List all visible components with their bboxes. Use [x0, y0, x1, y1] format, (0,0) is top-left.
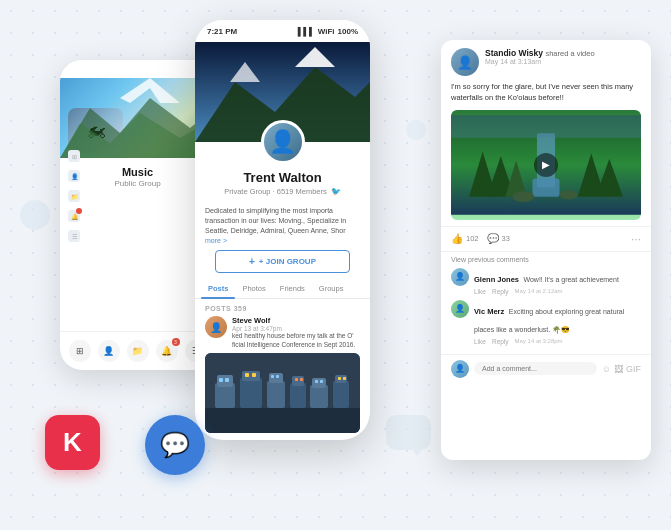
svg-rect-23: [300, 378, 303, 381]
nav-grid-icon[interactable]: ⊞: [69, 340, 91, 362]
nav-person-icon[interactable]: 👤: [98, 340, 120, 362]
gif-icon[interactable]: GIF: [626, 364, 641, 374]
comment-author-2: Vic Merz: [474, 307, 504, 316]
nav-folder-icon[interactable]: 📁: [127, 340, 149, 362]
svg-rect-18: [271, 375, 274, 378]
profile-avatar: 👤: [261, 120, 305, 164]
svg-rect-11: [225, 378, 229, 382]
comment-author-1: Glenn Jones: [474, 275, 519, 284]
comment-actions-1: Like Reply May 14 at 2:12am: [474, 288, 641, 295]
bubble-icon-symbol: 💬: [160, 431, 190, 459]
comment-item-2: 👤 Vic Merz Exciting about exploring grea…: [451, 300, 641, 345]
center-time: 7:21 PM: [207, 27, 237, 36]
left-status-bar: [60, 60, 215, 78]
svg-rect-26: [315, 380, 318, 383]
svg-rect-31: [343, 377, 346, 380]
post-author-name: Steve Wolf: [232, 316, 360, 325]
card-post-time: May 14 at 3:13am: [485, 58, 641, 65]
card-right: 👤 Standio Wisky shared a video May 14 at…: [441, 40, 651, 460]
post-item: 👤 Steve Wolf Apr 13 at 3:47pm ked health…: [205, 316, 360, 349]
play-icon: ▶: [542, 159, 550, 170]
post-image-svg: [205, 353, 360, 433]
svg-rect-32: [205, 408, 360, 433]
center-cover-photo: 👤: [195, 42, 370, 142]
group-type: Public Group: [70, 179, 205, 188]
mountain-svg: [60, 78, 215, 158]
svg-rect-43: [451, 115, 641, 138]
tab-photos[interactable]: Photos: [235, 279, 272, 298]
left-sidebar-icons: ⊞ 👤 📁 🔔 ☰: [68, 140, 80, 320]
comment-time-2: May 14 at 3:28pm: [515, 338, 563, 345]
add-comment-row: 👤 ☺ 🖼 GIF: [441, 354, 651, 383]
svg-rect-27: [320, 380, 323, 383]
left-cover-image: ✕ 🏍: [60, 78, 215, 158]
profile-name: Trent Walton: [205, 170, 360, 185]
comment-reply-1[interactable]: Reply: [492, 288, 509, 295]
card-post-text: I'm so sorry for the glare, but I've nev…: [451, 81, 641, 104]
twitter-icon: 🐦: [331, 187, 341, 196]
phone-center: 7:21 PM ▌▌▌ WiFi 100%: [195, 20, 370, 440]
comment-like-1[interactable]: Like: [474, 288, 486, 295]
like-icon: 👍: [451, 233, 463, 244]
avatar-image: 👤: [269, 129, 296, 155]
svg-rect-16: [267, 381, 285, 408]
person-icon[interactable]: 👤: [68, 170, 80, 182]
battery-text: 100%: [338, 27, 358, 36]
comment-text-1: Wow!! It's a great achievement: [523, 276, 618, 283]
svg-rect-21: [292, 376, 304, 386]
join-plus-icon: +: [249, 256, 255, 267]
svg-point-42: [560, 190, 578, 199]
card-user-row: 👤 Standio Wisky shared a video May 14 at…: [451, 48, 641, 76]
grid-icon[interactable]: ⊞: [68, 150, 80, 162]
comment-item: 👤 Glenn Jones Wow!! It's a great achieve…: [451, 268, 641, 295]
post-content: Steve Wolf Apr 13 at 3:47pm ked healthy …: [232, 316, 360, 349]
video-thumbnail[interactable]: ▶: [451, 110, 641, 220]
svg-rect-20: [290, 383, 306, 408]
comment-like-2[interactable]: Like: [474, 338, 486, 345]
tab-groups[interactable]: Groups: [312, 279, 351, 298]
comment-actions-2: Like Reply May 14 at 3:28pm: [474, 338, 641, 345]
play-button[interactable]: ▶: [534, 153, 558, 177]
comment-icon: 💬: [487, 233, 499, 244]
left-bottom-nav: ⊞ 👤 📁 🔔 3 ☰: [60, 331, 215, 370]
likes-button[interactable]: 👍 102: [451, 233, 479, 244]
comment-body-2: Vic Merz Exciting about exploring great …: [474, 300, 641, 345]
svg-rect-25: [312, 378, 326, 388]
comment-reply-2[interactable]: Reply: [492, 338, 509, 345]
nav-bell-icon[interactable]: 🔔 3: [156, 340, 178, 362]
k-app-icon[interactable]: K: [45, 415, 100, 470]
comment-time-1: May 14 at 2:12am: [515, 288, 563, 295]
comments-count: 33: [502, 234, 510, 243]
menu-icon[interactable]: ☰: [68, 230, 80, 242]
card-user-avatar: 👤: [451, 48, 479, 76]
image-icon[interactable]: 🖼: [614, 364, 623, 374]
deco-circle-1: [20, 200, 50, 230]
deco-speech-bubble: [386, 415, 431, 450]
more-link[interactable]: more >: [195, 237, 370, 244]
svg-rect-24: [310, 385, 328, 408]
post-text: ked healthy house before my talk at the …: [232, 332, 360, 349]
add-comment-avatar: 👤: [451, 360, 469, 378]
bubble-app-icon[interactable]: 💬: [145, 415, 205, 475]
svg-rect-19: [276, 375, 279, 378]
phone-left: ✕ 🏍 Music Public Group ⊞ 👤 📁 🔔 ☰: [60, 60, 215, 370]
emoji-icon[interactable]: ☺: [602, 364, 611, 374]
bell-icon[interactable]: 🔔: [68, 210, 80, 222]
comment-avatar-1: 👤: [451, 268, 469, 286]
left-group-info: Music Public Group: [60, 158, 215, 194]
view-prev-comments[interactable]: View previous comments: [451, 256, 641, 263]
center-status-bar: 7:21 PM ▌▌▌ WiFi 100%: [195, 20, 370, 42]
folder-icon[interactable]: 📁: [68, 190, 80, 202]
card-username: Standio Wisky shared a video: [485, 48, 641, 58]
comment-avatar-2: 👤: [451, 300, 469, 318]
bell-badge: [76, 208, 82, 214]
profile-tabs: Posts Photos Friends Groups: [195, 279, 370, 299]
tab-posts[interactable]: Posts: [201, 279, 235, 298]
more-options-button[interactable]: ···: [631, 232, 641, 246]
add-comment-input[interactable]: [474, 362, 597, 375]
status-right: ▌▌▌ WiFi 100%: [298, 27, 358, 36]
join-group-button[interactable]: + + JOIN GROUP: [215, 250, 350, 273]
comment-input-icons: ☺ 🖼 GIF: [602, 364, 641, 374]
tab-friends[interactable]: Friends: [273, 279, 312, 298]
comments-button[interactable]: 💬 33: [487, 233, 510, 244]
